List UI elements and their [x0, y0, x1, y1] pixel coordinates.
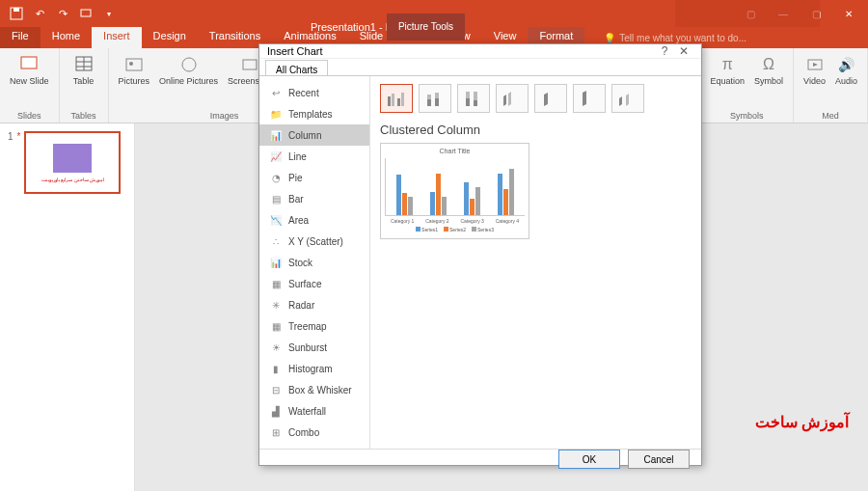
category-label: X Y (Scatter): [288, 236, 343, 247]
category-label: Recent: [288, 88, 319, 98]
group-label: Slides: [6, 111, 53, 121]
audio-button[interactable]: 🔊 Audio: [831, 52, 861, 111]
slide-number: 1: [8, 131, 14, 194]
save-icon[interactable]: [8, 5, 25, 22]
svg-point-10: [182, 58, 196, 71]
category-combo[interactable]: ⊞Combo: [259, 422, 369, 443]
slide-thumbnail[interactable]: امورش ساختن سرایع پاورپوینت: [24, 131, 121, 194]
category-label: Column: [288, 130, 321, 141]
category-label: Sunburst: [288, 342, 327, 353]
dialog-help-icon[interactable]: ?: [655, 44, 674, 58]
category-surface[interactable]: ▦Surface: [259, 273, 369, 294]
dialog-title: Insert Chart: [267, 45, 655, 57]
start-slideshow-icon[interactable]: [77, 5, 95, 22]
subtype-3d-stacked[interactable]: [534, 84, 567, 113]
subtype-3d-column[interactable]: [611, 84, 644, 113]
tab-insert[interactable]: Insert: [92, 27, 142, 48]
online-pictures-icon: [178, 54, 200, 75]
category-histogram[interactable]: ▮Histogram: [259, 358, 369, 379]
category-column[interactable]: 📊Column: [259, 124, 369, 146]
category-label: Line: [288, 151, 307, 162]
new-slide-button[interactable]: New Slide: [6, 52, 53, 111]
category-label: Stock: [288, 258, 312, 268]
table-button[interactable]: Table: [66, 52, 102, 111]
category-label: Templates: [288, 109, 333, 120]
ok-button[interactable]: OK: [558, 450, 620, 469]
preview-x-labels: Category 1Category 2Category 3Category 4: [385, 218, 525, 224]
category-icon: ◔: [269, 171, 283, 184]
category-label: Bar: [288, 194, 304, 205]
category-stock[interactable]: 📊Stock: [259, 252, 369, 273]
group-label: Med: [800, 111, 861, 121]
category-icon: ∴: [269, 234, 283, 248]
category-label: Box & Whisker: [288, 385, 352, 396]
category-icon: 📊: [269, 256, 283, 269]
online-pictures-button[interactable]: Online Pictures: [155, 52, 222, 111]
tab-home[interactable]: Home: [41, 27, 92, 48]
subtype-100-stacked-column[interactable]: [457, 84, 490, 113]
subtype-row: [380, 84, 692, 113]
category-label: Combo: [288, 427, 319, 438]
svg-rect-21: [401, 93, 404, 106]
category-label: Treemap: [288, 321, 327, 332]
video-button[interactable]: Video: [800, 52, 829, 111]
svg-marker-34: [619, 96, 622, 106]
tab-file[interactable]: File: [0, 27, 41, 48]
undo-icon[interactable]: ↶: [31, 5, 48, 22]
screenshot-icon: [239, 54, 260, 75]
tab-design[interactable]: Design: [142, 27, 198, 48]
symbol-button[interactable]: Ω Symbol: [750, 52, 787, 111]
category-line[interactable]: 📈Line: [259, 146, 369, 167]
new-slide-icon: [18, 54, 40, 75]
symbol-icon: Ω: [758, 54, 779, 75]
subtype-stacked-column[interactable]: [419, 84, 451, 113]
category-area[interactable]: 📉Area: [259, 209, 369, 231]
preview-chart-title: Chart Title: [385, 148, 525, 154]
ribbon-group-symbols: π Equation Ω Symbol Symbols: [701, 48, 795, 123]
subtype-clustered-column[interactable]: [380, 84, 413, 113]
svg-marker-31: [508, 92, 511, 106]
subtype-3d-100-stacked[interactable]: [573, 84, 606, 113]
category-recent[interactable]: ↩Recent: [259, 82, 369, 103]
cancel-button[interactable]: Cancel: [628, 450, 690, 469]
subtype-3d-clustered[interactable]: [496, 84, 529, 113]
svg-rect-8: [126, 59, 142, 70]
category-x-y-scatter-[interactable]: ∴X Y (Scatter): [259, 231, 369, 252]
dialog-titlebar: Insert Chart ? ✕: [259, 44, 701, 59]
svg-rect-19: [392, 94, 394, 106]
svg-rect-11: [243, 60, 257, 69]
category-icon: 📈: [269, 150, 283, 163]
lightbulb-icon: 💡: [604, 33, 615, 43]
svg-rect-18: [388, 96, 391, 106]
svg-marker-17: [813, 63, 818, 67]
svg-rect-27: [466, 92, 470, 98]
category-templates[interactable]: 📁Templates: [259, 103, 369, 124]
dialog-body: ↩Recent📁Templates📊Column📈Line◔Pie▤Bar📉Ar…: [259, 76, 701, 449]
titlebar: ↶ ↷ ▾ Presentation1 - PowerPoint Picture…: [0, 0, 868, 27]
redo-icon[interactable]: ↷: [54, 5, 71, 22]
equation-icon: π: [717, 54, 738, 75]
svg-point-9: [129, 62, 133, 66]
category-box-whisker[interactable]: ⊟Box & Whisker: [259, 379, 369, 400]
category-radar[interactable]: ✳Radar: [259, 294, 369, 315]
category-icon: ☀: [269, 341, 283, 354]
pictures-button[interactable]: Pictures: [115, 52, 154, 111]
category-bar[interactable]: ▤Bar: [259, 188, 369, 209]
category-treemap[interactable]: ▦Treemap: [259, 315, 369, 337]
category-icon: 📁: [269, 107, 283, 121]
chart-preview[interactable]: Chart Title Category 1Category 2Category…: [380, 143, 529, 239]
tell-me-placeholder: Tell me what you want to do...: [619, 33, 746, 43]
category-pie[interactable]: ◔Pie: [259, 167, 369, 188]
category-icon: ▤: [269, 192, 283, 205]
category-sunburst[interactable]: ☀Sunburst: [259, 337, 369, 358]
dialog-close-icon[interactable]: ✕: [674, 44, 693, 58]
category-waterfall[interactable]: ▟Waterfall: [259, 400, 369, 422]
equation-button[interactable]: π Equation: [707, 52, 749, 111]
qat-more-icon[interactable]: ▾: [100, 5, 118, 22]
tab-all-charts[interactable]: All Charts: [265, 60, 328, 75]
category-label: Waterfall: [288, 406, 326, 417]
svg-marker-30: [503, 95, 506, 106]
subtype-name: Clustered Column: [380, 123, 692, 137]
group-label: Tables: [66, 111, 102, 121]
close-icon[interactable]: ✕: [833, 4, 864, 23]
